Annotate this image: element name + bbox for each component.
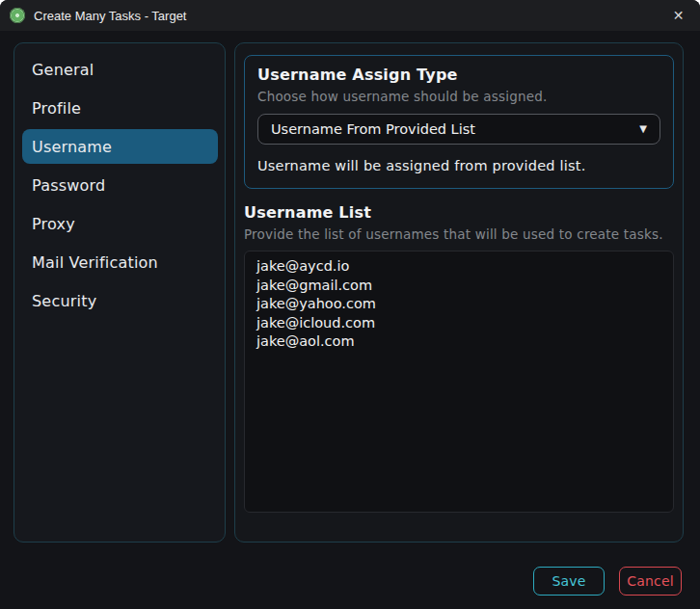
username-assign-type-card: Username Assign Type Choose how username…	[244, 55, 674, 189]
assign-type-description: Choose how username should be assigned.	[257, 89, 660, 104]
sidebar-item-proxy[interactable]: Proxy	[22, 206, 218, 241]
assign-type-title: Username Assign Type	[257, 66, 660, 84]
close-icon[interactable]: ✕	[657, 0, 700, 31]
assign-type-dropdown[interactable]: Username From Provided List ▼	[257, 114, 660, 145]
footer-actions: Save Cancel	[533, 567, 682, 596]
save-button[interactable]: Save	[533, 567, 605, 596]
username-list-description: Provide the list of usernames that will …	[244, 226, 674, 242]
sidebar-item-username[interactable]: Username	[22, 129, 218, 164]
sidebar: General Profile Username Password Proxy …	[13, 42, 226, 543]
sidebar-item-profile[interactable]: Profile	[22, 91, 218, 125]
app-icon	[10, 8, 25, 23]
sidebar-item-password[interactable]: Password	[22, 168, 218, 202]
assign-type-note: Username will be assigned from provided …	[257, 158, 660, 173]
assign-type-dropdown-value: Username From Provided List	[271, 121, 475, 137]
settings-panel: Username Assign Type Choose how username…	[234, 42, 684, 543]
sidebar-item-mail-verification[interactable]: Mail Verification	[22, 245, 218, 279]
dialog-window: Create Many Tasks - Target ✕ General Pro…	[0, 0, 700, 609]
sidebar-item-security[interactable]: Security	[22, 283, 218, 318]
username-list-input[interactable]	[244, 251, 674, 513]
titlebar: Create Many Tasks - Target ✕	[0, 0, 700, 31]
chevron-down-icon: ▼	[639, 124, 647, 134]
window-title: Create Many Tasks - Target	[34, 9, 186, 23]
username-list-title: Username List	[244, 203, 674, 222]
sidebar-item-general[interactable]: General	[22, 52, 218, 87]
username-list-section: Username List Provide the list of userna…	[244, 203, 674, 513]
cancel-button[interactable]: Cancel	[619, 567, 682, 596]
